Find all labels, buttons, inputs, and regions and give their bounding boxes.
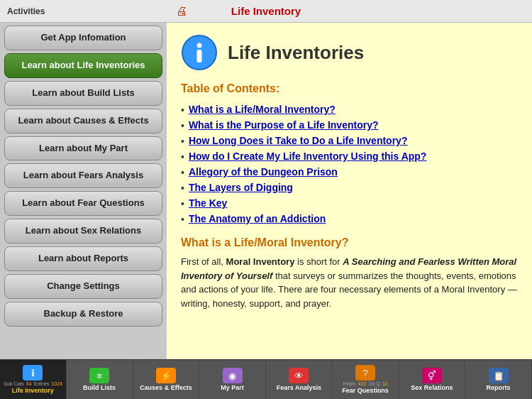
tab-item-fear-questions[interactable]: ?Fears4331st Q10Fear Questions: [333, 360, 399, 399]
section-title: What is a Life/Moral Inventory?: [181, 236, 518, 249]
tab-icon-reports: 📋: [489, 368, 509, 383]
sidebar-btn-sex-relations[interactable]: Learn about Sex Relations: [4, 219, 162, 244]
tab-item-sex-relations[interactable]: ⚥Sex Relations: [399, 360, 466, 399]
tab-label-sex-relations: Sex Relations: [411, 384, 453, 391]
tab-item-build-lists[interactable]: ≡Build Lists: [67, 360, 133, 399]
svg-point-1: [197, 43, 202, 48]
toc-link[interactable]: How Long Does it Take to Do a Life Inven…: [189, 135, 408, 146]
tab-label-fears-analysis: Fears Analysis: [277, 384, 321, 391]
tab-icon-life-inventory: ℹ: [23, 365, 43, 381]
sidebar-btn-fear-questions[interactable]: Learn about Fear Questions: [4, 191, 162, 216]
tab-mini-stats: Sub Cats54Entries1024: [4, 381, 62, 386]
tab-item-my-part[interactable]: ◉My Part: [199, 360, 266, 399]
sidebar-btn-backup-restore[interactable]: Backup & Restore: [4, 302, 162, 327]
toc-link[interactable]: What is the Purpose of a Life Inventory?: [189, 119, 379, 131]
tab-icon-causes-effects: ⚡: [156, 368, 176, 383]
tab-label-reports: Reports: [487, 384, 511, 391]
bottom-tab-bar: ℹSub Cats54Entries1024Life Inventory≡Bui…: [0, 359, 532, 399]
sidebar-btn-get-app-info[interactable]: Get App Infomation: [4, 26, 162, 50]
tab-label-fear-questions: Fear Questions: [342, 387, 389, 394]
toc-link[interactable]: The Layers of Digging: [189, 182, 293, 193]
sidebar-btn-life-inventories[interactable]: Learn about Life Inventories: [4, 53, 162, 78]
svg-rect-2: [197, 50, 202, 62]
content-title: Life Inventories: [228, 42, 364, 64]
tab-item-causes-effects[interactable]: ⚡Causes & Effects: [133, 360, 200, 399]
toc-link[interactable]: The Key: [189, 197, 227, 209]
sidebar: Get App InfomationLearn about Life Inven…: [0, 23, 167, 359]
tab-icon-my-part: ◉: [223, 368, 243, 383]
sidebar-btn-causes-effects[interactable]: Learn about Causes & Effects: [4, 109, 162, 133]
tab-item-fears-analysis[interactable]: 👁Fears Analysis: [266, 360, 333, 399]
content-header: Life Inventories: [181, 34, 518, 71]
toc-item: The Anatomy of an Addiction: [181, 213, 518, 225]
sidebar-btn-build-lists[interactable]: Learn about Build Lists: [4, 81, 162, 106]
tab-label-build-lists: Build Lists: [83, 384, 116, 391]
section-body: First of all, Moral Inventory is short f…: [181, 255, 518, 310]
toc-link[interactable]: How do I Create My Life Inventory Using …: [189, 151, 427, 162]
tab-icon-fears-analysis: 👁: [289, 368, 309, 383]
toc-item: What is the Purpose of a Life Inventory?: [181, 119, 518, 131]
tab-item-life-inventory[interactable]: ℹSub Cats54Entries1024Life Inventory: [0, 360, 67, 399]
toc-item: The Layers of Digging: [181, 182, 518, 194]
top-bar-title: Life Inventory: [231, 5, 301, 17]
toc-item: How do I Create My Life Inventory Using …: [181, 151, 518, 163]
content-area: Life Inventories Table of Contents: What…: [167, 23, 532, 359]
printer-icon[interactable]: 🖨: [176, 5, 187, 18]
tab-icon-sex-relations: ⚥: [422, 368, 442, 383]
sidebar-btn-my-part[interactable]: Learn about My Part: [4, 136, 162, 161]
sidebar-btn-change-settings[interactable]: Change Settings: [4, 274, 162, 299]
toc-item: How Long Does it Take to Do a Life Inven…: [181, 135, 518, 147]
sidebar-btn-reports[interactable]: Learn about Reports: [4, 246, 162, 271]
toc-link[interactable]: The Anatomy of an Addiction: [189, 213, 326, 224]
tab-label-life-inventory: Life Inventory: [12, 387, 54, 394]
toc-link[interactable]: What is a Life/Moral Inventory?: [189, 104, 336, 115]
toc-list: What is a Life/Moral Inventory?What is t…: [181, 104, 518, 225]
tab-item-reports[interactable]: 📋Reports: [465, 360, 532, 399]
main-layout: Get App InfomationLearn about Life Inven…: [0, 23, 532, 359]
tab-mini-stats: Fears4331st Q10: [343, 381, 388, 386]
tab-label-causes-effects: Causes & Effects: [140, 384, 192, 391]
toc-title: Table of Contents:: [181, 82, 518, 95]
info-circle-icon: [181, 34, 218, 71]
tab-icon-build-lists: ≡: [89, 368, 109, 383]
top-bar: Activities 🖨 Life Inventory: [0, 0, 532, 23]
tab-icon-fear-questions: ?: [355, 365, 375, 381]
toc-link[interactable]: Allegory of the Dungeon Prison: [189, 166, 338, 177]
toc-item: Allegory of the Dungeon Prison: [181, 166, 518, 178]
toc-item: What is a Life/Moral Inventory?: [181, 104, 518, 116]
activities-label: Activities: [7, 6, 45, 16]
toc-item: The Key: [181, 197, 518, 209]
tab-label-my-part: My Part: [221, 384, 244, 391]
sidebar-btn-fears-analysis[interactable]: Learn about Fears Analysis: [4, 163, 162, 188]
